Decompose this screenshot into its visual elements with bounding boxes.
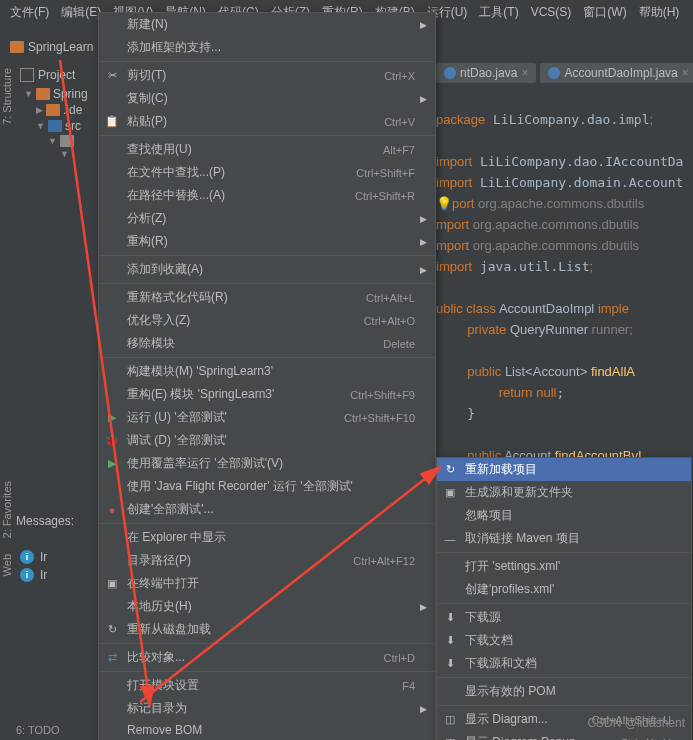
context-menu-item[interactable]: 使用 'Java Flight Recorder' 运行 '全部测试' [99, 475, 435, 498]
context-menu-item[interactable]: 新建(N)▶ [99, 13, 435, 36]
menu-item-label: 在文件中查找...(P) [127, 164, 225, 181]
menu-shortcut: Ctrl+Shift+F9 [350, 389, 415, 401]
context-menu-item[interactable]: 添加到收藏(A)▶ [99, 258, 435, 281]
context-menu-item[interactable]: 在 Explorer 中显示 [99, 526, 435, 549]
context-menu-item[interactable]: ⇄比较对象...Ctrl+D [99, 646, 435, 669]
context-menu-item[interactable]: ▶使用覆盖率运行 '全部测试'(V) [99, 452, 435, 475]
context-menu-item[interactable]: 📋粘贴(P)Ctrl+V [99, 110, 435, 133]
menu-item-icon: ◫ [443, 736, 457, 741]
maven-submenu-item[interactable]: 创建'profiles.xml' [437, 578, 691, 601]
menu-item-label: 优化导入(Z) [127, 312, 190, 329]
close-icon[interactable]: × [521, 66, 528, 80]
context-menu-item[interactable]: 本地历史(H)▶ [99, 595, 435, 618]
context-menu-item[interactable]: 添加框架的支持... [99, 36, 435, 59]
context-menu-item[interactable]: 移除模块Delete [99, 332, 435, 355]
menu-shortcut: Delete [383, 338, 415, 350]
context-menu-item[interactable]: ✂剪切(T)Ctrl+X [99, 64, 435, 87]
menu-item-label: 显示 Diagram Popup... [465, 734, 586, 740]
tree-root[interactable]: ▼Spring [24, 86, 96, 102]
tree-node[interactable]: ▼ [24, 148, 96, 160]
menu-item-label: 重新格式化代码(R) [127, 289, 228, 306]
editor-tab[interactable]: AccountDaoImpl.java× [540, 63, 693, 83]
editor-tab[interactable]: ntDao.java× [436, 63, 536, 83]
context-menu-item[interactable]: 重构(R)▶ [99, 230, 435, 253]
menu-shortcut: Ctrl+Alt+O [364, 315, 415, 327]
folder-icon [10, 41, 24, 53]
folder-icon [46, 104, 60, 116]
menu-item-label: 打开 'settings.xml' [465, 558, 560, 575]
message-row[interactable]: iIr [16, 566, 87, 584]
context-menu-item[interactable]: 标记目录为▶ [99, 697, 435, 720]
menu-item-label: 构建模块(M) 'SpringLearn3' [127, 363, 273, 380]
menu-item-icon: ▣ [105, 577, 119, 591]
maven-submenu-item[interactable]: ▣生成源和更新文件夹 [437, 481, 691, 504]
menu-item-icon: ✂ [105, 69, 119, 83]
maven-submenu-item[interactable]: 打开 'settings.xml' [437, 555, 691, 578]
maven-submenu-item[interactable]: ↻重新加载项目 [437, 458, 691, 481]
context-menu-item[interactable]: ▣在终端中打开 [99, 572, 435, 595]
menu-item-label: 下载源 [465, 609, 501, 626]
submenu-arrow-icon: ▶ [420, 704, 427, 714]
side-tab-web[interactable]: Web [0, 546, 14, 584]
context-menu-item[interactable]: 分析(Z)▶ [99, 207, 435, 230]
tree-node-src[interactable]: ▼src [24, 118, 96, 134]
side-tab-favorites[interactable]: 2: Favorites [0, 473, 14, 546]
menu-file[interactable]: 文件(F) [4, 2, 55, 23]
maven-submenu-item[interactable]: ◫显示 Diagram Popup...Ctrl+Alt+U [437, 731, 691, 740]
menu-item-label: 移除模块 [127, 335, 175, 352]
menu-item-icon: — [443, 532, 457, 546]
menu-shortcut: Ctrl+V [384, 116, 415, 128]
menu-item-label: 比较对象... [127, 649, 185, 666]
context-menu-item[interactable]: 重新格式化代码(R)Ctrl+Alt+L [99, 286, 435, 309]
menu-shortcut: Ctrl+X [384, 70, 415, 82]
tree-node[interactable]: ▼ [24, 134, 96, 148]
close-icon[interactable]: × [682, 66, 689, 80]
context-menu-item[interactable]: 构建模块(M) 'SpringLearn3' [99, 360, 435, 383]
side-tab-structure[interactable]: 7: Structure [0, 60, 14, 133]
menu-vcs[interactable]: VCS(S) [525, 3, 578, 21]
context-menu-item[interactable]: Remove BOM [99, 720, 435, 740]
maven-submenu-item[interactable]: ⬇下载源 [437, 606, 691, 629]
menu-item-label: 在路径中替换...(A) [127, 187, 225, 204]
menu-item-label: 本地历史(H) [127, 598, 192, 615]
menu-item-label: 生成源和更新文件夹 [465, 484, 573, 501]
context-menu-item[interactable]: 🐞调试 (D) '全部测试' [99, 429, 435, 452]
editor-code[interactable]: package package LiLiCompany.dao.impl;LiL… [436, 88, 683, 487]
menu-item-label: 忽略项目 [465, 507, 513, 524]
info-icon: i [20, 568, 34, 582]
context-menu-item[interactable]: ●创建'全部测试'... [99, 498, 435, 521]
maven-submenu-item[interactable]: —取消链接 Maven 项目 [437, 527, 691, 550]
menu-shortcut: Ctrl+Alt+U [620, 737, 671, 741]
context-menu-item[interactable]: 查找使用(U)Alt+F7 [99, 138, 435, 161]
menu-item-icon: 📋 [105, 115, 119, 129]
project-header[interactable]: Project [16, 64, 96, 86]
maven-submenu-item[interactable]: ⬇下载文档 [437, 629, 691, 652]
context-menu-item[interactable]: 目录路径(P)Ctrl+Alt+F12 [99, 549, 435, 572]
menu-item-label: 下载文档 [465, 632, 513, 649]
context-menu-item[interactable]: ▶运行 (U) '全部测试'Ctrl+Shift+F10 [99, 406, 435, 429]
menu-item-label: 使用 'Java Flight Recorder' 运行 '全部测试' [127, 478, 353, 495]
left-side-tabs: 7: Structure 2: Favorites Web [0, 60, 16, 660]
project-panel: Project ▼Spring ▶.ide ▼src ▼ ▼ [16, 64, 96, 160]
menu-window[interactable]: 窗口(W) [577, 2, 632, 23]
maven-submenu-item[interactable]: 忽略项目 [437, 504, 691, 527]
context-menu-item[interactable]: 打开模块设置F4 [99, 674, 435, 697]
menu-tools[interactable]: 工具(T) [473, 2, 524, 23]
menu-item-label: 重构(E) 模块 'SpringLearn3' [127, 386, 274, 403]
menu-item-label: 显示 Diagram... [465, 711, 548, 728]
context-menu-item[interactable]: 在路径中替换...(A)Ctrl+Shift+R [99, 184, 435, 207]
bottom-todo[interactable]: 6: TODO [16, 724, 60, 736]
folder-icon [48, 120, 62, 132]
project-label: Project [38, 68, 75, 82]
context-menu-item[interactable]: 重构(E) 模块 'SpringLearn3'Ctrl+Shift+F9 [99, 383, 435, 406]
tree-node-ide[interactable]: ▶.ide [24, 102, 96, 118]
maven-submenu-item[interactable]: ⬇下载源和文档 [437, 652, 691, 675]
message-row[interactable]: iIr [16, 548, 87, 566]
context-menu-item[interactable]: 在文件中查找...(P)Ctrl+Shift+F [99, 161, 435, 184]
context-menu-item[interactable]: 复制(C)▶ [99, 87, 435, 110]
maven-submenu-item[interactable]: 显示有效的 POM [437, 680, 691, 703]
context-menu-item[interactable]: ↻重新从磁盘加载 [99, 618, 435, 641]
menu-item-label: 创建'profiles.xml' [465, 581, 554, 598]
menu-help[interactable]: 帮助(H) [633, 2, 686, 23]
context-menu-item[interactable]: 优化导入(Z)Ctrl+Alt+O [99, 309, 435, 332]
